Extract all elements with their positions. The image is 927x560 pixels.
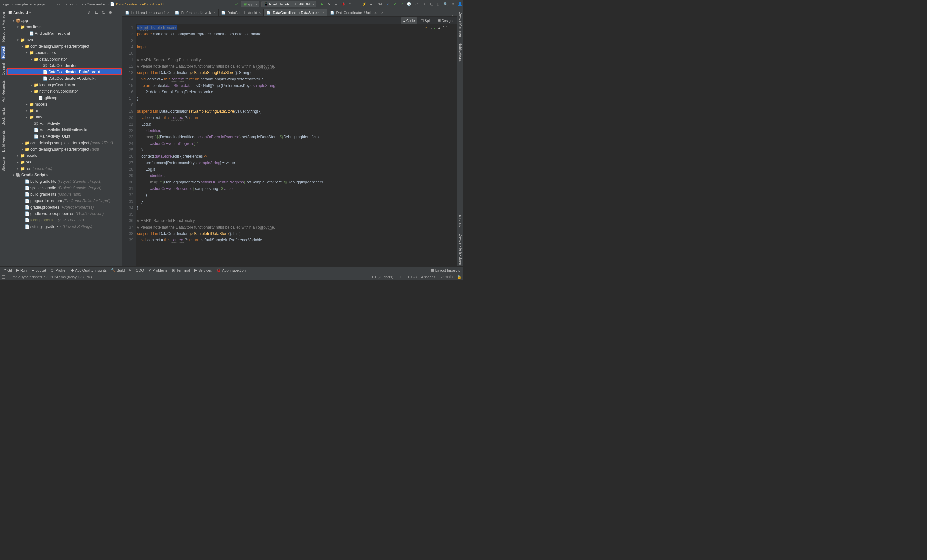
tree-gradle-wrapper[interactable]: 📄gradle-wrapper.properties(Gradle Versio… xyxy=(6,211,122,217)
chevron-down-icon[interactable]: ˅ xyxy=(446,26,448,30)
tool-commit[interactable]: Commit xyxy=(1,62,5,77)
run-button[interactable]: ▶ xyxy=(319,1,325,7)
tool-profiler[interactable]: ⏱ Profiler xyxy=(50,269,67,272)
vcs-push-icon[interactable]: ↗ xyxy=(399,1,405,7)
code-editor[interactable]: // ktlint-disable filenamepackage com.de… xyxy=(136,24,457,267)
tool-run[interactable]: ▶ Run xyxy=(17,268,27,272)
tree-file-datacoordinator-datastore[interactable]: 📄DataCoordinator+DataStore.kt xyxy=(6,69,122,75)
coverage-icon[interactable]: ≡ xyxy=(333,1,339,7)
tool-bookmarks[interactable]: Bookmarks xyxy=(1,106,5,126)
tool-problems[interactable]: ⊘ Problems xyxy=(148,268,167,272)
tree-utils[interactable]: ▸📁utils xyxy=(6,114,122,120)
view-code[interactable]: ≡ Code xyxy=(401,17,418,24)
tree-file-datacoordinator-update[interactable]: 📄DataCoordinator+Update.kt xyxy=(6,75,122,82)
tool-resource-manager[interactable]: Resource Manager xyxy=(1,10,5,43)
tool-project[interactable]: Project xyxy=(1,46,5,59)
status-icon[interactable] xyxy=(2,276,5,279)
tree-mainactivity-ui[interactable]: 📄MainActivity+UI.kt xyxy=(6,133,122,140)
gear-icon[interactable]: ⚙ xyxy=(108,10,113,15)
tool-build-variants[interactable]: Build Variants xyxy=(1,129,5,153)
tree-mainactivity[interactable]: ⓀMainActivity xyxy=(6,120,122,127)
tree-data-coordinator[interactable]: ▾📁dataCoordinator xyxy=(6,56,122,62)
tree-ui[interactable]: ▸📁ui xyxy=(6,108,122,114)
tree-pkg-androidtest[interactable]: ▸📁com.delasign.samplestarterproject(andr… xyxy=(6,140,122,146)
view-design[interactable]: ▦ Design xyxy=(435,17,455,24)
tab-build-gradle[interactable]: 📄build.gradle.kts (:app)× xyxy=(122,9,172,17)
tree-manifests[interactable]: ▾📁manifests xyxy=(6,24,122,30)
stop-button[interactable]: ■ xyxy=(369,1,374,7)
tree-assets[interactable]: ▸📁assets xyxy=(6,153,122,159)
tree-pkg-test[interactable]: ▸📁com.delasign.samplestarterproject(test… xyxy=(6,146,122,153)
tree-java[interactable]: ▾📁java xyxy=(6,37,122,43)
debug-button[interactable]: 🐞 xyxy=(340,1,346,7)
tree-gitkeep[interactable]: 📄.gitkeep xyxy=(6,95,122,101)
tab-preferences-keys[interactable]: 📄PreferencesKeys.kt× xyxy=(172,9,219,17)
tab-datacoordinator-update[interactable]: 📄DataCoordinator+Update.kt× xyxy=(327,9,386,17)
tool-device-manager[interactable]: Device Manager xyxy=(459,10,462,39)
tree-build-gradle-mod[interactable]: 📄build.gradle.kts(Module :app) xyxy=(6,191,122,197)
tree-settings-gradle[interactable]: 📄settings.gradle.kts(Project Settings) xyxy=(6,223,122,230)
crumb-1[interactable]: samplestarterproject xyxy=(14,2,49,6)
target-icon[interactable]: ⊕ xyxy=(87,10,92,15)
tree-app[interactable]: ▾📦app xyxy=(6,17,122,24)
tool-app-inspection[interactable]: 🐞 App Inspection xyxy=(216,268,246,272)
tree-gradle-scripts[interactable]: ▾🐘Gradle Scripts xyxy=(6,172,122,178)
ai-icon[interactable]: ✦ xyxy=(422,1,427,7)
tree-mainactivity-notifications[interactable]: 📄MainActivity+Notifications.kt xyxy=(6,127,122,133)
tabs-overflow-icon[interactable]: ⋮ xyxy=(448,12,457,17)
view-split[interactable]: ◫ Split xyxy=(418,17,434,24)
debug-attach-icon[interactable]: ⇲ xyxy=(326,1,332,7)
expand-icon[interactable]: ⇆ xyxy=(94,10,99,15)
tool-structure[interactable]: Structure xyxy=(1,156,5,173)
tool-terminal[interactable]: ▣ Terminal xyxy=(172,268,190,272)
tab-datacoordinator[interactable]: 📄DataCoordinator.kt× xyxy=(219,9,264,17)
more-run-icon[interactable]: ⋯ xyxy=(354,1,360,7)
line-ending[interactable]: LF xyxy=(398,275,402,279)
lock-icon[interactable]: 🔒 xyxy=(457,275,462,279)
vcs-rollback-icon[interactable]: ↶ xyxy=(413,1,419,7)
caret-position[interactable]: 1:1 (26 chars) xyxy=(371,275,393,279)
close-icon[interactable]: × xyxy=(167,11,169,15)
tree-language-coordinator[interactable]: ▸📁languageCoordinator xyxy=(6,82,122,88)
search-icon[interactable]: 🔍 xyxy=(443,1,449,7)
tree-res-gen[interactable]: ▸📁res(generated) xyxy=(6,165,122,172)
inspection-widget[interactable]: ⚠6 ✓4 ˄˅ xyxy=(424,26,448,30)
tree-res[interactable]: ▸📁res xyxy=(6,159,122,165)
sync-icon[interactable]: ↙ xyxy=(234,1,240,7)
tree-android-manifest[interactable]: 📄AndroidManifest.xml xyxy=(6,30,122,37)
tree-notification-coordinator[interactable]: ▸📁notificationCoordinator xyxy=(6,88,122,95)
vcs-pull-icon[interactable]: ↙ xyxy=(385,1,391,7)
vcs-commit-icon[interactable]: ✓ xyxy=(392,1,398,7)
tool-logcat[interactable]: ≣ Logcat xyxy=(31,268,46,272)
tree-spotless[interactable]: 📄spotless.gradle(Project: Sample_Project… xyxy=(6,185,122,191)
vcs-history-icon[interactable]: 🕓 xyxy=(406,1,412,7)
tool-device-file-explorer[interactable]: Device File Explorer xyxy=(459,232,462,267)
tree-coordinators[interactable]: ▾📁coordinators xyxy=(6,50,122,56)
close-icon[interactable]: × xyxy=(381,11,383,15)
account-icon[interactable]: 👤 xyxy=(457,1,463,7)
crumb-0[interactable]: sign xyxy=(1,2,10,6)
git-branch[interactable]: ⎇ main xyxy=(440,275,453,279)
crumb-2[interactable]: coordinators xyxy=(52,2,74,6)
tool-build[interactable]: 🔨 Build xyxy=(111,268,125,272)
tree-gradle-props[interactable]: 📄gradle.properties(Project Properties) xyxy=(6,204,122,211)
profile-icon[interactable]: ⏱ xyxy=(347,1,353,7)
avd-icon[interactable]: ▢ xyxy=(429,1,435,7)
tool-layout-inspector[interactable]: ▦ Layout Inspector xyxy=(431,268,462,272)
project-view-selector[interactable]: ▣ Android ▾ xyxy=(8,10,31,15)
settings-icon[interactable]: ⚙ xyxy=(450,1,456,7)
tree-build-gradle-proj[interactable]: 📄build.gradle.kts(Project: Sample_Projec… xyxy=(6,178,122,185)
tree-proguard[interactable]: 📄proguard-rules.pro(ProGuard Rules for "… xyxy=(6,197,122,204)
tool-app-quality[interactable]: ◆ App Quality Insights xyxy=(71,268,106,272)
close-icon[interactable]: × xyxy=(259,11,261,15)
close-icon[interactable]: × xyxy=(214,11,216,15)
tree-models[interactable]: ▸📁models xyxy=(6,101,122,108)
sdk-icon[interactable]: ⬚ xyxy=(436,1,442,7)
tool-todo[interactable]: ☑ TODO xyxy=(129,268,144,272)
tree-local-props[interactable]: 📄local.properties(SDK Location) xyxy=(6,217,122,223)
tree-pkg[interactable]: ▾📁com.delasign.samplestarterproject xyxy=(6,43,122,50)
tool-emulator[interactable]: Emulator xyxy=(459,213,462,230)
project-tree[interactable]: ▾📦app ▾📁manifests 📄AndroidManifest.xml ▾… xyxy=(6,17,122,267)
sort-icon[interactable]: ⇅ xyxy=(101,10,106,15)
tool-git[interactable]: ⎇ Git xyxy=(2,268,12,272)
